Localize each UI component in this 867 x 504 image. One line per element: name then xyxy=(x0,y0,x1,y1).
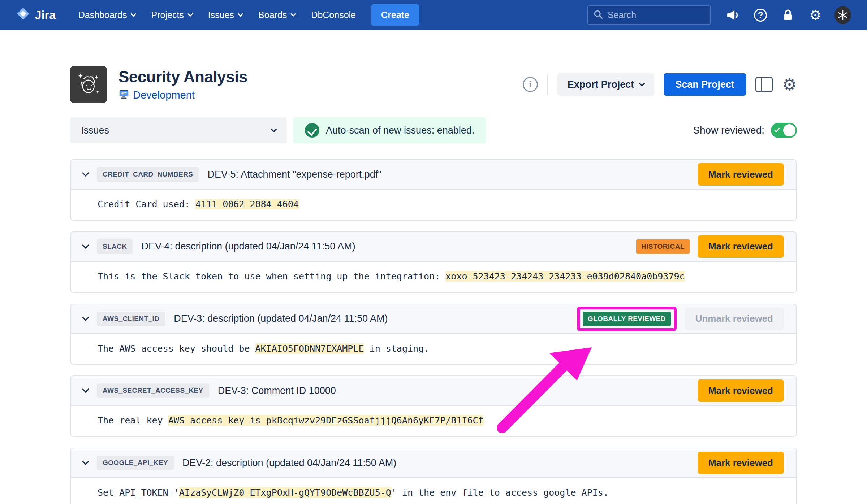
lock-icon[interactable] xyxy=(780,7,796,23)
jira-logo-icon xyxy=(16,6,30,24)
mark-reviewed-button[interactable]: Mark reviewed xyxy=(698,163,784,186)
collapse-chevron-icon[interactable] xyxy=(82,242,89,249)
card-header: AWS_SECRET_ACCESS_KEY DEV-3: Comment ID … xyxy=(71,376,796,405)
help-icon[interactable]: ? xyxy=(752,7,769,23)
mark-reviewed-button[interactable]: Mark reviewed xyxy=(698,379,784,402)
issue-body: The AWS access key should be AKIAIO5FODN… xyxy=(71,333,796,364)
collapse-chevron-icon[interactable] xyxy=(82,169,89,177)
chevron-down-icon xyxy=(130,11,136,17)
issue-title: DEV-3: Comment ID 10000 xyxy=(218,385,336,396)
jira-logo[interactable]: Jira xyxy=(16,6,56,24)
nav-boards[interactable]: Boards xyxy=(252,10,302,20)
body-text: ' in the env file to access google APIs. xyxy=(391,487,609,498)
secret-highlight: AKIAIO5FODNN7EXAMPLE xyxy=(255,343,364,354)
chevron-down-icon xyxy=(290,11,296,17)
toggle-check-icon xyxy=(774,126,780,132)
export-project-label: Export Project xyxy=(568,79,634,90)
issues-list: CREDIT_CARD_NUMBERS DEV-5: Attachment "e… xyxy=(70,159,797,504)
info-icon[interactable]: i xyxy=(523,77,538,92)
card-header: GOOGLE_API_KEY DEV-2: description (updat… xyxy=(71,448,796,477)
avatar-art xyxy=(834,6,851,24)
secret-highlight: xoxo-523423-234243-234233-e039d02840a0b9… xyxy=(445,271,685,282)
historical-badge: HISTORICAL xyxy=(636,239,690,254)
nav-projects[interactable]: Projects xyxy=(145,10,199,20)
development-project-icon xyxy=(118,89,129,101)
detector-badge: AWS_CLIENT_ID xyxy=(97,312,165,326)
scan-project-button[interactable]: Scan Project xyxy=(664,73,746,96)
user-avatar[interactable] xyxy=(834,7,851,23)
check-circle-icon xyxy=(305,123,319,138)
nav-projects-label: Projects xyxy=(151,10,184,20)
unmark-reviewed-button[interactable]: Unmark reviewed xyxy=(685,308,784,330)
chevron-down-icon xyxy=(639,81,645,87)
issue-title: DEV-4: description (updated 04/Jan/24 11… xyxy=(141,241,355,252)
nav-boards-label: Boards xyxy=(258,10,287,20)
search-box[interactable] xyxy=(587,5,711,25)
issue-body: The real key AWS access key is pkBcqiwzv… xyxy=(71,405,796,436)
card-header: AWS_CLIENT_ID DEV-3: description (update… xyxy=(71,304,796,333)
search-input[interactable] xyxy=(608,10,705,20)
board-layout-icon[interactable] xyxy=(755,77,773,92)
card-header: SLACK DEV-4: description (updated 04/Jan… xyxy=(71,232,796,261)
secret-highlight: AWS access key is pkBcqiwzv29DEzGSSoafjj… xyxy=(168,415,484,426)
project-link-development[interactable]: Development xyxy=(133,89,195,101)
export-project-button[interactable]: Export Project xyxy=(557,73,655,96)
settings-gear-icon[interactable]: ⚙ xyxy=(782,76,797,93)
nav-issues-label: Issues xyxy=(208,10,234,20)
issue-body: This is the Slack token to use when sett… xyxy=(71,261,796,292)
nav-dashboards-label: Dashboards xyxy=(78,10,127,20)
issue-card-slack: SLACK DEV-4: description (updated 04/Jan… xyxy=(70,231,797,293)
chevron-down-icon xyxy=(238,11,243,17)
jira-brand-text: Jira xyxy=(35,8,56,22)
autoscan-status-pill: Auto-scan of new issues: enabled. xyxy=(293,117,486,143)
issues-filter-select[interactable]: Issues xyxy=(70,117,287,143)
issue-card-credit-card: CREDIT_CARD_NUMBERS DEV-5: Attachment "e… xyxy=(70,159,797,221)
collapse-chevron-icon[interactable] xyxy=(82,386,89,393)
issue-body: Set API_TOKEN='AIzaSyCLWjZ0_ETxgPOxH-gQY… xyxy=(71,477,796,504)
issues-filter-value: Issues xyxy=(81,125,109,136)
detector-badge: SLACK xyxy=(97,239,133,254)
nav-dbconsole[interactable]: DbConsole xyxy=(305,10,362,20)
show-reviewed-toggle[interactable] xyxy=(771,123,797,138)
body-text: Credit Card used: xyxy=(98,199,195,209)
autoscan-status-text: Auto-scan of new issues: enabled. xyxy=(326,125,474,136)
issue-title: DEV-5: Attachment "expense-report.pdf" xyxy=(207,169,381,180)
toggle-knob xyxy=(783,124,795,136)
issue-title: DEV-2: description (updated 04/Jan/24 11… xyxy=(182,457,396,469)
body-text: The real key xyxy=(98,415,168,426)
body-text: The AWS access key should be xyxy=(98,343,255,354)
chevron-down-icon xyxy=(187,11,193,17)
card-header: CREDIT_CARD_NUMBERS DEV-5: Attachment "e… xyxy=(71,160,796,189)
question-mark-glyph: ? xyxy=(754,9,767,22)
collapse-chevron-icon[interactable] xyxy=(82,314,89,321)
nav-dbconsole-label: DbConsole xyxy=(311,10,356,20)
secret-highlight: 4111 0062 2084 4604 xyxy=(195,199,299,209)
create-button[interactable]: Create xyxy=(371,4,419,26)
globally-reviewed-badge: GLOBALLY REVIEWED xyxy=(583,312,671,326)
issue-card-aws-secret: AWS_SECRET_ACCESS_KEY DEV-3: Comment ID … xyxy=(70,375,797,437)
nav-issues[interactable]: Issues xyxy=(202,10,249,20)
gear-icon[interactable]: ⚙ xyxy=(807,7,824,23)
body-text: Set API_TOKEN=' xyxy=(98,487,179,498)
mark-reviewed-button[interactable]: Mark reviewed xyxy=(698,452,784,474)
page-title: Security Analysis xyxy=(118,68,247,86)
collapse-chevron-icon[interactable] xyxy=(82,458,89,465)
detector-badge: AWS_SECRET_ACCESS_KEY xyxy=(97,383,209,398)
top-nav: Jira Dashboards Projects Issues Boards D… xyxy=(0,0,867,30)
secret-highlight: AIzaSyCLWjZ0_ETxgPOxH-gQYT9ODeWcBBZU5-Q xyxy=(179,487,391,498)
detector-badge: GOOGLE_API_KEY xyxy=(97,456,174,470)
chevron-down-icon xyxy=(271,126,277,132)
issue-title: DEV-3: description (updated 04/Jan/24 11… xyxy=(174,313,388,324)
project-avatar xyxy=(70,66,107,103)
annotation-box: GLOBALLY REVIEWED xyxy=(577,307,677,331)
issue-card-aws-client-id: AWS_CLIENT_ID DEV-3: description (update… xyxy=(70,304,797,365)
mark-reviewed-button[interactable]: Mark reviewed xyxy=(698,235,784,258)
divider xyxy=(547,74,548,95)
show-reviewed-label: Show reviewed: xyxy=(693,125,764,136)
nav-dashboards[interactable]: Dashboards xyxy=(72,10,142,20)
detector-badge: CREDIT_CARD_NUMBERS xyxy=(97,167,199,182)
megaphone-icon[interactable] xyxy=(725,7,741,23)
issue-card-google-api-key: GOOGLE_API_KEY DEV-2: description (updat… xyxy=(70,448,797,504)
issue-body: Credit Card used: 4111 0062 2084 4604 xyxy=(71,189,796,220)
body-text: This is the Slack token to use when sett… xyxy=(98,271,445,282)
